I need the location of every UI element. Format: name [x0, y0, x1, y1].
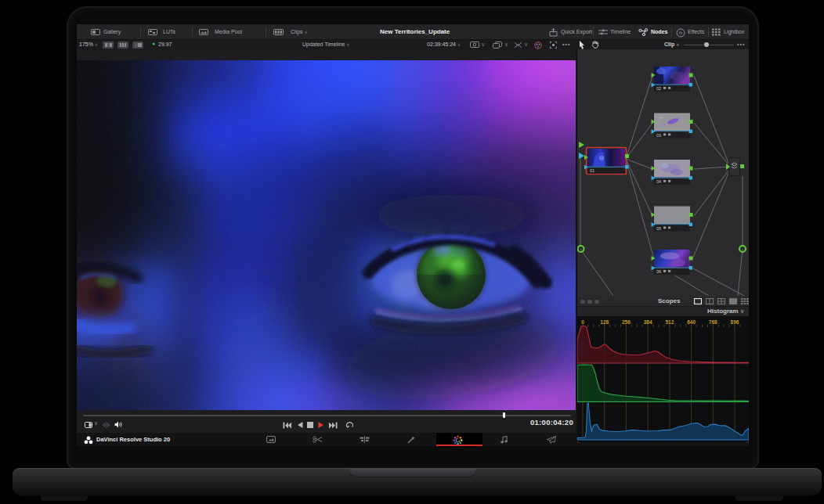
svg-text:768: 768	[709, 319, 717, 325]
svg-text:896: 896	[731, 319, 739, 325]
svg-text:01: 01	[590, 168, 595, 173]
svg-text:384: 384	[644, 319, 652, 325]
svg-text:256: 256	[622, 319, 631, 325]
svg-text:128: 128	[600, 319, 609, 325]
svg-text:05: 05	[656, 226, 661, 231]
svg-text:04: 04	[656, 179, 661, 184]
svg-text:06: 06	[656, 269, 661, 274]
svg-text:03: 03	[656, 133, 661, 138]
svg-text:fx: fx	[679, 31, 684, 35]
svg-text:512: 512	[665, 319, 674, 325]
svg-text:0: 0	[581, 319, 584, 325]
svg-text:02: 02	[656, 86, 661, 91]
svg-text:640: 640	[687, 319, 696, 325]
